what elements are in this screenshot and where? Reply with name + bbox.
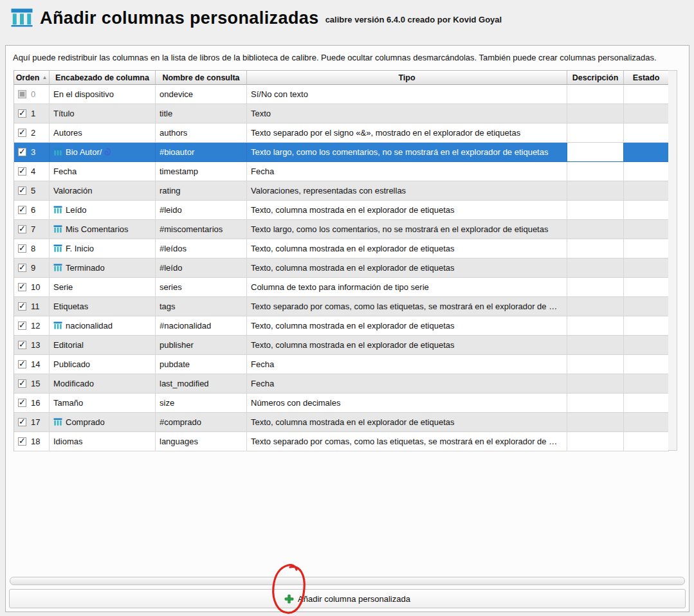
column-title: F. Inicio bbox=[66, 244, 94, 253]
table-row[interactable]: 0 En el dispositivo ondevice Sí/No con t… bbox=[14, 85, 668, 104]
cell-description bbox=[567, 413, 624, 432]
cell-column-header: Comprado bbox=[50, 413, 156, 432]
cell-estado bbox=[624, 432, 669, 451]
order-number: 11 bbox=[31, 302, 40, 311]
vertical-scrollbar[interactable] bbox=[668, 70, 677, 451]
cell-orden: 18 bbox=[14, 432, 50, 451]
column-type: Valoraciones, representadas con estrella… bbox=[247, 181, 567, 201]
row-checkbox[interactable] bbox=[18, 302, 26, 311]
cell-orden: 0 bbox=[14, 85, 50, 104]
row-checkbox[interactable] bbox=[18, 206, 26, 214]
row-checkbox[interactable] bbox=[18, 90, 26, 98]
row-checkbox[interactable] bbox=[18, 129, 26, 137]
column-header-nombre[interactable]: Nombre de consulta bbox=[156, 71, 247, 85]
row-checkbox[interactable] bbox=[18, 244, 26, 253]
column-title: En el dispositivo bbox=[53, 89, 114, 99]
order-number: 4 bbox=[31, 167, 35, 176]
table-row[interactable]: 3 Bio Autor/ #bioautor Texto largo, como… bbox=[14, 143, 668, 162]
column-title: Modificado bbox=[53, 379, 94, 388]
row-checkbox[interactable] bbox=[18, 167, 26, 176]
row-checkbox[interactable] bbox=[18, 379, 26, 388]
column-header-estado[interactable]: Estado bbox=[624, 71, 669, 85]
cell-orden: 3 bbox=[14, 143, 50, 162]
cell-column-header: Publicado bbox=[50, 355, 156, 374]
row-checkbox[interactable] bbox=[18, 437, 26, 446]
table-row[interactable]: 8 F. Inicio #leídos Texto, columna mostr… bbox=[14, 239, 668, 258]
cell-orden: 10 bbox=[14, 278, 50, 297]
lookup-name: #leido bbox=[156, 201, 247, 220]
table-row[interactable]: 4 Fecha timestamp Fecha bbox=[14, 162, 668, 181]
column-header-descripcion[interactable]: Descripción bbox=[567, 71, 624, 85]
table-row[interactable]: 15 Modificado last_modified Fecha bbox=[14, 374, 668, 394]
row-checkbox[interactable] bbox=[18, 418, 26, 426]
table-row[interactable]: 14 Publicado pubdate Fecha bbox=[14, 355, 668, 374]
add-column-button[interactable]: Añadir columna personalizada bbox=[9, 589, 686, 608]
cell-description bbox=[567, 432, 624, 451]
calibre-columns-icon bbox=[10, 8, 33, 27]
cell-column-header: Mis Comentarios bbox=[50, 220, 156, 239]
table-row[interactable]: 6 Leído #leido Texto, columna mostrada e… bbox=[14, 201, 668, 220]
cell-column-header: Fecha bbox=[50, 162, 156, 181]
table-row[interactable]: 17 Comprado #comprado Texto, columna mos… bbox=[14, 413, 668, 432]
order-number: 12 bbox=[31, 321, 40, 331]
row-checkbox[interactable] bbox=[18, 283, 26, 291]
cell-description bbox=[567, 316, 624, 336]
column-header-orden[interactable]: Orden ▲ bbox=[14, 71, 50, 85]
cell-estado bbox=[624, 374, 669, 394]
table-row[interactable]: 2 Autores authors Texto separado por el … bbox=[14, 123, 668, 143]
table-row[interactable]: 10 Serie series Columna de texto para in… bbox=[14, 278, 668, 297]
collapsed-splitter-bar bbox=[10, 577, 685, 585]
row-checkbox[interactable] bbox=[18, 360, 26, 368]
row-checkbox[interactable] bbox=[18, 148, 26, 156]
table-row[interactable]: 9 Terminado #leído Texto, columna mostra… bbox=[14, 258, 668, 278]
table-row[interactable]: 7 Mis Comentarios #miscomentarios Texto … bbox=[14, 220, 668, 239]
lookup-name: pubdate bbox=[156, 355, 247, 374]
cell-column-header: Autores bbox=[50, 123, 156, 143]
cell-description bbox=[567, 239, 624, 258]
custom-column-icon bbox=[53, 225, 62, 233]
row-checkbox[interactable] bbox=[18, 225, 26, 233]
app-header: Añadir columnas personalizadas calibre v… bbox=[10, 8, 684, 28]
column-title: Autores bbox=[53, 128, 82, 138]
custom-column-icon bbox=[53, 244, 62, 253]
column-title: Fecha bbox=[53, 167, 77, 176]
lookup-name: authors bbox=[156, 123, 247, 143]
lookup-name: #miscomentarios bbox=[156, 220, 247, 239]
table-row[interactable]: 18 Idiomas languages Texto separado por … bbox=[14, 432, 668, 451]
table-row[interactable]: 1 Título title Texto bbox=[14, 104, 668, 123]
column-title: nacionalidad bbox=[66, 321, 113, 331]
column-header-tipo[interactable]: Tipo bbox=[247, 71, 567, 85]
cell-estado bbox=[624, 104, 669, 123]
row-checkbox[interactable] bbox=[18, 399, 26, 407]
cell-estado bbox=[624, 394, 669, 413]
plus-icon-wrap bbox=[284, 594, 294, 604]
row-checkbox[interactable] bbox=[18, 264, 26, 272]
table-row[interactable]: 12 nacionalidad #nacionalidad Texto, col… bbox=[14, 316, 668, 336]
column-header-encabezado[interactable]: Encabezado de columna bbox=[50, 71, 156, 85]
table-row[interactable]: 11 Etiquetas tags Texto separado por com… bbox=[14, 297, 668, 316]
cell-orden: 7 bbox=[14, 220, 50, 239]
author-bio-icon bbox=[103, 148, 111, 156]
column-type: Fecha bbox=[247, 374, 567, 394]
column-title: Etiquetas bbox=[53, 302, 88, 311]
table-row[interactable]: 16 Tamaño size Números con decimales bbox=[14, 394, 668, 413]
column-type: Números con decimales bbox=[247, 394, 567, 413]
row-checkbox[interactable] bbox=[18, 186, 26, 195]
column-title: Comprado bbox=[66, 417, 105, 427]
row-checkbox[interactable] bbox=[18, 109, 26, 118]
column-type: Texto, columna mostrada en el explorador… bbox=[247, 413, 567, 432]
order-number: 17 bbox=[31, 417, 40, 427]
annotation-circle bbox=[269, 561, 310, 616]
table-row[interactable]: 5 Valoración rating Valoraciones, repres… bbox=[14, 181, 668, 201]
row-checkbox[interactable] bbox=[18, 341, 26, 349]
table-row[interactable]: 13 Editorial publisher Texto, columna mo… bbox=[14, 336, 668, 355]
cell-description bbox=[567, 123, 624, 143]
cell-orden: 11 bbox=[14, 297, 50, 316]
order-number: 7 bbox=[31, 224, 35, 234]
cell-column-header: Editorial bbox=[50, 336, 156, 355]
row-checkbox[interactable] bbox=[18, 322, 26, 330]
cell-column-header: F. Inicio bbox=[50, 239, 156, 258]
lookup-name: timestamp bbox=[156, 162, 247, 181]
cell-description bbox=[567, 143, 624, 162]
cell-estado bbox=[624, 336, 669, 355]
